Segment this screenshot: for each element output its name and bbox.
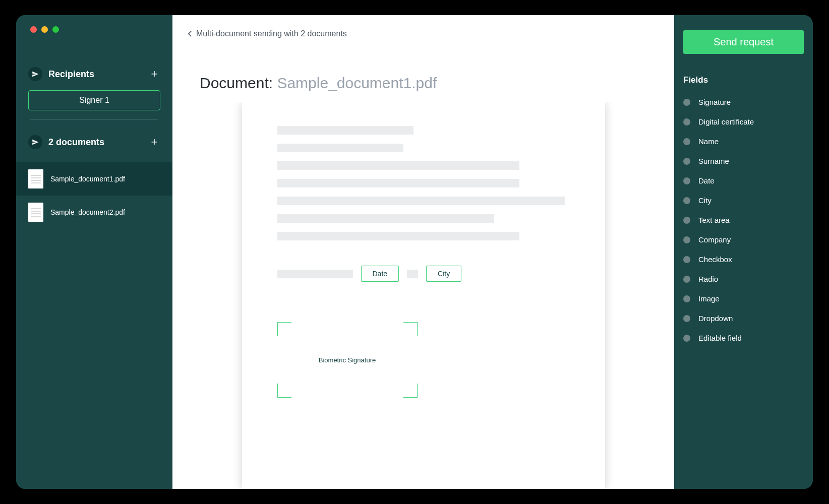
placeholder-line xyxy=(277,232,519,240)
breadcrumb-label: Multi-document sending with 2 documents xyxy=(196,29,347,38)
signature-field[interactable]: Biometric Signature xyxy=(277,322,418,398)
field-dot-icon xyxy=(683,197,690,204)
placeholder-line xyxy=(277,161,519,170)
placeholder-line xyxy=(407,270,418,278)
field-item-image[interactable]: Image xyxy=(683,289,804,308)
field-dot-icon xyxy=(683,256,690,263)
window-controls xyxy=(16,15,172,44)
document-viewport: Date City Biometric Signature xyxy=(172,102,674,489)
placeholder-line xyxy=(277,144,403,152)
field-dot-icon xyxy=(683,315,690,322)
field-dot-icon xyxy=(683,99,690,106)
recipients-title: Recipients xyxy=(48,69,94,80)
document-title-prefix: Document: xyxy=(200,75,277,91)
document-name: Sample_document1.pdf xyxy=(50,174,125,183)
left-sidebar: Recipients + Signer 1 2 documents + xyxy=(16,15,172,489)
fields-title: Fields xyxy=(683,75,804,85)
field-label: Surname xyxy=(698,157,729,165)
document-thumb-icon xyxy=(28,203,43,222)
corner-marker xyxy=(403,384,418,398)
field-label: Name xyxy=(698,137,719,146)
signer-chip[interactable]: Signer 1 xyxy=(28,90,160,110)
documents-section: 2 documents + xyxy=(16,120,172,158)
maximize-window-icon[interactable] xyxy=(52,26,59,33)
document-name: Sample_document2.pdf xyxy=(50,208,125,217)
field-dot-icon xyxy=(683,335,690,342)
breadcrumb-back[interactable]: Multi-document sending with 2 documents xyxy=(172,15,674,38)
documents-title: 2 documents xyxy=(48,137,104,148)
placeholder-line xyxy=(277,126,413,135)
field-item-dropdown[interactable]: Dropdown xyxy=(683,308,804,328)
date-field-chip[interactable]: Date xyxy=(361,266,399,282)
field-label: Radio xyxy=(698,275,718,283)
document-item[interactable]: Sample_document2.pdf xyxy=(16,196,172,229)
field-item-text-area[interactable]: Text area xyxy=(683,210,804,230)
recipients-header: Recipients + xyxy=(28,67,160,81)
placeholder-line xyxy=(277,270,353,278)
chevron-left-icon xyxy=(188,30,192,37)
app-window: Recipients + Signer 1 2 documents + xyxy=(16,15,813,489)
add-document-button[interactable]: + xyxy=(148,136,160,148)
field-dot-icon xyxy=(683,295,690,302)
send-request-button[interactable]: Send request xyxy=(683,30,804,54)
field-label: Company xyxy=(698,235,731,244)
field-item-radio[interactable]: Radio xyxy=(683,269,804,289)
corner-marker xyxy=(277,322,291,336)
field-item-editable-field[interactable]: Editable field xyxy=(683,328,804,348)
corner-marker xyxy=(403,322,418,336)
field-dot-icon xyxy=(683,118,690,125)
document-title-filename: Sample_document1.pdf xyxy=(277,75,437,91)
close-window-icon[interactable] xyxy=(30,26,37,33)
placeholder-line xyxy=(277,179,519,187)
send-icon xyxy=(28,135,42,149)
field-item-surname[interactable]: Surname xyxy=(683,151,804,171)
document-title: Document: Sample_document1.pdf xyxy=(172,38,674,102)
field-label: City xyxy=(698,196,712,205)
field-dot-icon xyxy=(683,158,690,165)
field-item-name[interactable]: Name xyxy=(683,132,804,151)
right-sidebar: Send request Fields Signature Digital ce… xyxy=(674,15,813,489)
field-dot-icon xyxy=(683,276,690,283)
document-thumb-icon xyxy=(28,169,43,188)
field-item-date[interactable]: Date xyxy=(683,171,804,191)
field-item-digital-certificate[interactable]: Digital certificate xyxy=(683,112,804,132)
corner-marker xyxy=(277,384,291,398)
add-recipient-button[interactable]: + xyxy=(148,68,160,80)
city-field-chip[interactable]: City xyxy=(426,266,461,282)
document-list: Sample_document1.pdf Sample_document2.pd… xyxy=(16,162,172,229)
field-label: Date xyxy=(698,176,715,185)
field-label: Image xyxy=(698,294,720,303)
main-area: Multi-document sending with 2 documents … xyxy=(172,15,674,489)
field-dot-icon xyxy=(683,177,690,184)
document-item[interactable]: Sample_document1.pdf xyxy=(16,162,172,196)
field-item-city[interactable]: City xyxy=(683,191,804,210)
field-dot-icon xyxy=(683,138,690,145)
field-dot-icon xyxy=(683,236,690,243)
field-label: Dropdown xyxy=(698,314,733,323)
placeholder-line xyxy=(277,214,494,223)
minimize-window-icon[interactable] xyxy=(41,26,48,33)
signature-label: Biometric Signature xyxy=(319,356,376,364)
field-item-company[interactable]: Company xyxy=(683,230,804,249)
field-item-signature[interactable]: Signature xyxy=(683,92,804,112)
recipients-section: Recipients + Signer 1 xyxy=(16,44,172,120)
send-icon xyxy=(28,67,42,81)
field-dot-icon xyxy=(683,217,690,224)
field-label: Digital certificate xyxy=(698,117,754,126)
field-label: Checkbox xyxy=(698,255,732,264)
field-label: Editable field xyxy=(698,334,742,342)
inline-field-row: Date City xyxy=(277,266,570,282)
field-item-checkbox[interactable]: Checkbox xyxy=(683,249,804,269)
field-label: Signature xyxy=(698,98,731,106)
documents-header: 2 documents + xyxy=(28,135,160,149)
document-page[interactable]: Date City Biometric Signature xyxy=(242,102,605,489)
field-label: Text area xyxy=(698,216,730,224)
placeholder-line xyxy=(277,197,565,205)
